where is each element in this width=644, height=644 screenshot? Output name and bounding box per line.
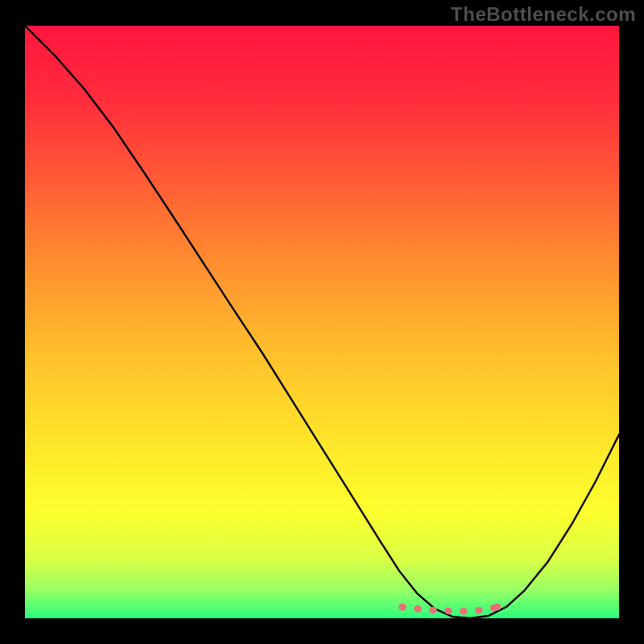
svg-point-1 — [398, 604, 406, 611]
svg-point-2 — [493, 604, 501, 611]
chart-frame: TheBottleneck.com — [0, 0, 644, 644]
bottleneck-chart — [0, 0, 644, 644]
gradient-background — [25, 26, 619, 618]
watermark-text: TheBottleneck.com — [451, 3, 636, 26]
